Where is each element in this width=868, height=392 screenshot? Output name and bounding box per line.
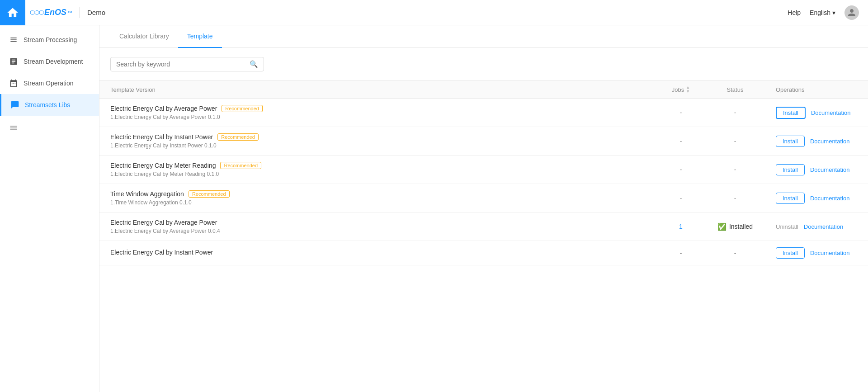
stream-development-icon: [9, 57, 18, 66]
row-jobs-0: -: [658, 109, 703, 116]
documentation-button-4[interactable]: Documentation: [804, 223, 843, 230]
search-box: 🔍: [110, 57, 264, 71]
table-row: Electric Energy Cal by Meter Reading Rec…: [99, 156, 868, 184]
logo-dots: ⬡⬡⬡: [30, 9, 43, 16]
documentation-button-3[interactable]: Documentation: [810, 195, 849, 202]
row-status-4: ✅ Installed: [703, 222, 767, 231]
row-jobs-2: -: [658, 166, 703, 173]
header-jobs[interactable]: Jobs ▲▼: [658, 85, 703, 94]
search-icon: 🔍: [250, 60, 258, 68]
row-operations-2: Install Documentation: [767, 164, 857, 175]
row-title-0: Electric Energy Cal by Average Power Rec…: [110, 105, 658, 112]
table-row: Electric Energy Cal by Average Power Rec…: [99, 99, 868, 127]
tab-calculator-library[interactable]: Calculator Library: [110, 25, 178, 48]
installed-check-icon: ✅: [717, 222, 726, 231]
sort-arrows-icon: ▲▼: [686, 85, 690, 94]
help-link[interactable]: Help: [788, 9, 801, 16]
row-status-3: -: [703, 194, 767, 202]
row-subtitle-2: 1.Electric Energy Cal by Meter Reading 0…: [110, 171, 658, 177]
demo-label: Demo: [87, 9, 105, 16]
documentation-button-2[interactable]: Documentation: [810, 166, 849, 173]
topbar-right: Help English ▾: [788, 5, 859, 20]
sidebar-collapse-button[interactable]: [0, 116, 99, 141]
row-template-3: Time Window Aggregation Recommended 1.Ti…: [110, 190, 658, 206]
install-button-2[interactable]: Install: [776, 164, 805, 175]
row-operations-4: Uninstall Documentation: [767, 223, 857, 230]
row-operations-0: Install Documentation: [767, 107, 857, 119]
row-operations-5: Install Documentation: [767, 247, 857, 259]
logo-text: EnOS: [44, 8, 66, 17]
badge-recommended-2: Recommended: [220, 162, 261, 169]
documentation-button-1[interactable]: Documentation: [810, 138, 849, 145]
avatar[interactable]: [844, 5, 859, 20]
install-button-3[interactable]: Install: [776, 193, 805, 204]
row-subtitle-0: 1.Electric Energy Cal by Average Power 0…: [110, 114, 658, 120]
sidebar-item-stream-operation[interactable]: Stream Operation: [0, 72, 99, 94]
row-subtitle-1: 1.Electric Energy Cal by Instant Power 0…: [110, 142, 658, 149]
row-template-5: Electric Energy Cal by Instant Power: [110, 249, 658, 258]
row-subtitle-4: 1.Electric Energy Cal by Average Power 0…: [110, 228, 658, 234]
uninstall-button-4[interactable]: Uninstall: [776, 223, 798, 230]
sidebar: Stream Processing Stream Development Str…: [0, 25, 99, 392]
sidebar-item-streamsets-libs[interactable]: Streamsets Libs: [0, 94, 99, 116]
install-button-0[interactable]: Install: [776, 107, 806, 119]
content-area: Calculator Library Template 🔍 Template V…: [99, 25, 868, 392]
header-template-version: Template Version: [110, 86, 658, 93]
stream-processing-icon: [9, 35, 18, 44]
tab-template[interactable]: Template: [178, 25, 222, 48]
sidebar-item-stream-development[interactable]: Stream Development: [0, 51, 99, 72]
row-template-0: Electric Energy Cal by Average Power Rec…: [110, 105, 658, 120]
divider: [80, 7, 80, 18]
row-template-1: Electric Energy Cal by Instant Power Rec…: [110, 133, 658, 149]
row-jobs-3: -: [658, 194, 703, 202]
streamsets-libs-icon: [10, 100, 19, 109]
row-jobs-4[interactable]: 1: [658, 223, 703, 230]
row-status-5: -: [703, 250, 767, 257]
table-row: Electric Energy Cal by Instant Power - -…: [99, 241, 868, 265]
home-button[interactable]: [0, 0, 25, 25]
sidebar-item-stream-processing[interactable]: Stream Processing: [0, 29, 99, 51]
row-title-4: Electric Energy Cal by Average Power: [110, 219, 658, 226]
sidebar-label-stream-operation: Stream Operation: [24, 80, 74, 87]
topbar: ⬡⬡⬡ EnOS ™ Demo Help English ▾: [0, 0, 868, 25]
row-operations-1: Install Documentation: [767, 136, 857, 147]
row-template-2: Electric Energy Cal by Meter Reading Rec…: [110, 162, 658, 177]
header-operations: Operations: [767, 86, 857, 93]
install-button-5[interactable]: Install: [776, 247, 805, 259]
language-label: English: [810, 9, 830, 16]
stream-operation-icon: [9, 79, 18, 88]
search-input[interactable]: [116, 61, 248, 68]
row-title-3: Time Window Aggregation Recommended: [110, 190, 658, 198]
menu-icon: [9, 123, 18, 132]
row-title-2: Electric Energy Cal by Meter Reading Rec…: [110, 162, 658, 169]
avatar-icon: [847, 8, 856, 17]
badge-recommended-0: Recommended: [222, 105, 263, 112]
home-icon: [6, 6, 19, 19]
search-area: 🔍: [99, 48, 868, 80]
tabs: Calculator Library Template: [99, 25, 868, 48]
row-jobs-5: -: [658, 250, 703, 257]
logo: ⬡⬡⬡ EnOS ™: [30, 8, 72, 17]
table-header: Template Version Jobs ▲▼ Status Operatio…: [99, 80, 868, 99]
badge-recommended-1: Recommended: [217, 133, 259, 141]
sidebar-label-streamsets-libs: Streamsets Libs: [25, 101, 70, 109]
row-status-2: -: [703, 166, 767, 173]
language-selector[interactable]: English ▾: [810, 9, 835, 16]
row-title-5: Electric Energy Cal by Instant Power: [110, 249, 658, 256]
table-row: Electric Energy Cal by Instant Power Rec…: [99, 127, 868, 156]
documentation-button-0[interactable]: Documentation: [811, 109, 850, 116]
row-operations-3: Install Documentation: [767, 193, 857, 204]
row-subtitle-3: 1.Time Window Aggregation 0.1.0: [110, 199, 658, 206]
row-template-4: Electric Energy Cal by Average Power 1.E…: [110, 219, 658, 234]
chevron-down-icon: ▾: [832, 9, 835, 16]
header-status: Status: [703, 86, 767, 93]
row-status-0: -: [703, 109, 767, 116]
documentation-button-5[interactable]: Documentation: [810, 250, 849, 256]
sidebar-label-stream-development: Stream Development: [24, 58, 83, 65]
table-row: Electric Energy Cal by Average Power 1.E…: [99, 213, 868, 241]
row-title-1: Electric Energy Cal by Instant Power Rec…: [110, 133, 658, 141]
table-row: Time Window Aggregation Recommended 1.Ti…: [99, 184, 868, 213]
sidebar-label-stream-processing: Stream Processing: [24, 36, 77, 43]
install-button-1[interactable]: Install: [776, 136, 805, 147]
row-jobs-1: -: [658, 137, 703, 145]
